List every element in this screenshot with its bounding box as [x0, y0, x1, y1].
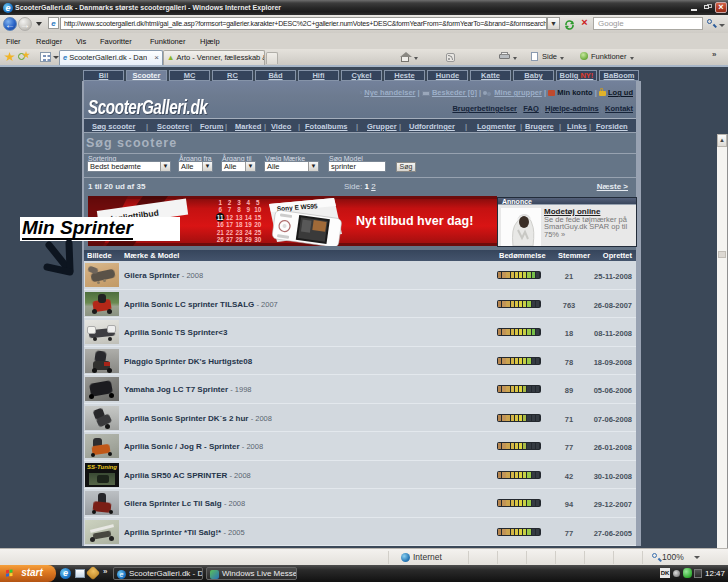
svg-text:11: 11: [217, 214, 224, 221]
svg-text:8: 8: [237, 206, 241, 213]
svg-text:28: 28: [235, 236, 243, 243]
svg-text:23: 23: [235, 229, 243, 236]
svg-text:18: 18: [235, 221, 243, 228]
svg-text:15: 15: [254, 214, 262, 221]
svg-text:20: 20: [254, 221, 262, 228]
svg-text:9: 9: [247, 206, 251, 213]
svg-text:16: 16: [217, 221, 225, 228]
svg-text:19: 19: [245, 221, 253, 228]
svg-text:3: 3: [237, 199, 241, 206]
svg-text:13: 13: [235, 214, 243, 221]
svg-text:Nyt tilbud hver dag!: Nyt tilbud hver dag!: [356, 214, 473, 228]
svg-text:21: 21: [217, 229, 225, 236]
svg-text:5: 5: [256, 199, 260, 206]
svg-text:27: 27: [226, 236, 234, 243]
svg-text:6: 6: [218, 206, 222, 213]
svg-text:4: 4: [247, 199, 251, 206]
svg-text:14: 14: [245, 214, 253, 221]
svg-text:2: 2: [228, 199, 232, 206]
svg-text:22: 22: [226, 229, 234, 236]
svg-text:29: 29: [245, 236, 253, 243]
svg-text:30: 30: [254, 236, 262, 243]
svg-text:10: 10: [254, 206, 262, 213]
svg-text:26: 26: [217, 236, 225, 243]
svg-text:12: 12: [226, 214, 234, 221]
svg-text:1: 1: [218, 199, 222, 206]
svg-text:7: 7: [228, 206, 232, 213]
svg-text:24: 24: [245, 229, 253, 236]
svg-text:17: 17: [226, 221, 234, 228]
svg-text:25: 25: [254, 229, 262, 236]
